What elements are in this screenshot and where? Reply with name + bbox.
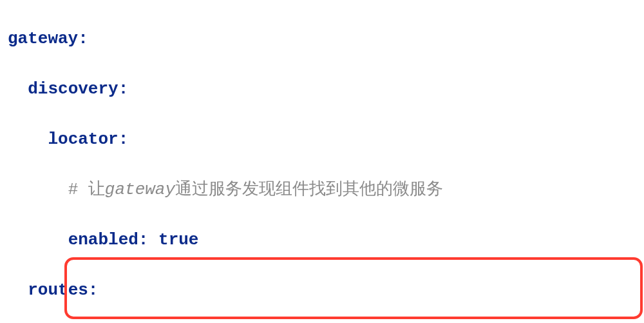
yaml-key: locator: bbox=[48, 130, 128, 149]
code-line: routes: bbox=[8, 278, 644, 303]
yaml-key: enabled: bbox=[68, 230, 158, 250]
yaml-code-block: gateway: discovery: locator: # 让gateway通… bbox=[0, 0, 644, 323]
yaml-comment: # 让gateway通过服务发现组件找到其他的微服务 bbox=[68, 180, 443, 199]
yaml-key: gateway: bbox=[8, 29, 88, 48]
code-line: gateway: bbox=[8, 26, 644, 52]
code-line: locator: bbox=[8, 127, 644, 152]
code-line: discovery: bbox=[8, 77, 644, 102]
yaml-value: true bbox=[158, 230, 198, 250]
code-line: enabled: true bbox=[8, 228, 644, 253]
code-line: # 让gateway通过服务发现组件找到其他的微服务 bbox=[8, 177, 644, 202]
yaml-key: discovery: bbox=[28, 79, 128, 99]
yaml-key: routes: bbox=[28, 280, 98, 300]
